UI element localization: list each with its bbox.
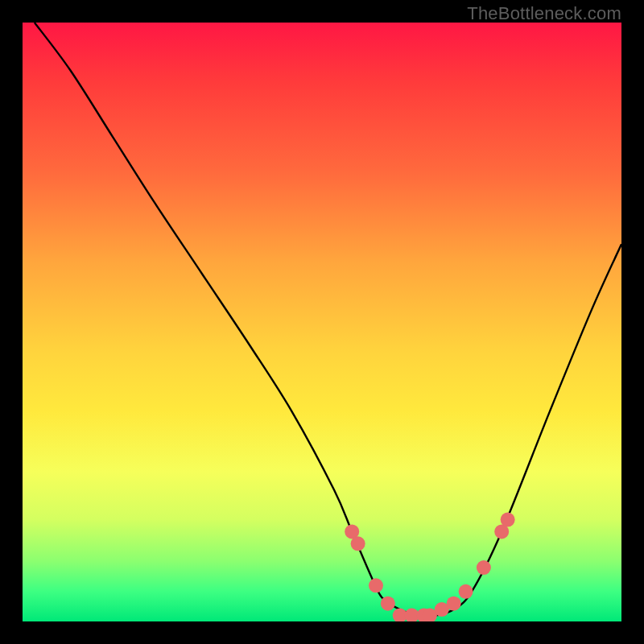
curve-markers <box>345 513 514 621</box>
plot-area <box>23 23 621 621</box>
chart-frame: TheBottleneck.com <box>0 0 644 644</box>
curve-svg <box>23 23 621 621</box>
marker-point <box>477 560 491 575</box>
marker-point <box>501 513 515 527</box>
marker-point <box>459 584 473 599</box>
marker-point <box>447 597 461 611</box>
marker-point <box>351 536 365 551</box>
marker-point <box>381 597 395 611</box>
attribution-label: TheBottleneck.com <box>467 3 621 24</box>
marker-point <box>369 578 383 592</box>
bottleneck-curve <box>35 23 621 616</box>
